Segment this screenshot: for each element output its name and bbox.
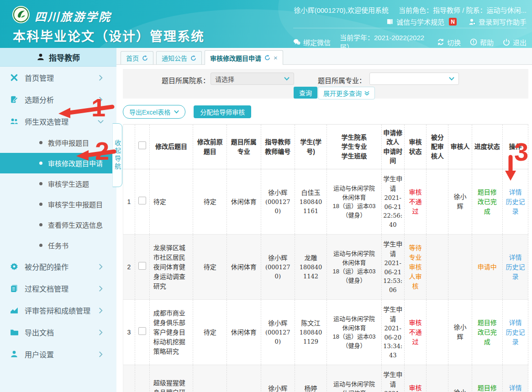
sidebar-item-导出文档[interactable]: 导出文档 bbox=[0, 321, 116, 343]
wechat-icon bbox=[293, 38, 300, 46]
cell-student: 杨婷1808401128 bbox=[295, 365, 327, 392]
cell-reviewer: 徐小辉 bbox=[448, 300, 472, 365]
sidebar-item-首页管理[interactable]: 首页管理 bbox=[0, 67, 116, 89]
student-id: 1808401161 bbox=[298, 198, 324, 215]
collapse-nav-tab[interactable]: 收起导航 bbox=[112, 123, 122, 187]
writing-assistant-link[interactable]: 登录到写作助手 bbox=[469, 17, 527, 26]
column-header: 修改前原题目 bbox=[193, 125, 227, 169]
expand-query-button[interactable]: 展开更多查询 bbox=[318, 87, 375, 99]
sidebar-item-选题分析[interactable]: 选题分析 bbox=[0, 89, 116, 110]
table-row: 1待定待定休闲体育徐小辉(0001270)白佳玉1808401161运动与休闲学… bbox=[123, 169, 528, 235]
action-link-历史记录[interactable]: 历史记录 bbox=[506, 262, 525, 282]
apply-by: 学生申请 bbox=[383, 370, 403, 389]
cell-progress-status: 题目修改已完成 bbox=[472, 365, 502, 392]
help-label: 帮助 bbox=[480, 37, 494, 47]
table-toolbar: 导出Excel表格 分配给导师审核 bbox=[123, 105, 529, 119]
logout-button[interactable]: 退出 bbox=[503, 37, 527, 47]
help-button[interactable]: 帮助 bbox=[470, 37, 494, 47]
applications-table: 修改后题目修改前原题目题目所属专业指导教师教师编号学生(学号)学生院系 学生专业… bbox=[123, 124, 528, 392]
gear-icon bbox=[10, 262, 18, 271]
sidebar-item-label: 评审答辩和成绩管理 bbox=[25, 305, 90, 316]
sidebar-item-label: 师生双选管理 bbox=[25, 116, 68, 127]
refresh-icon bbox=[190, 55, 196, 61]
action-link-历史记录[interactable]: 历史记录 bbox=[506, 328, 525, 347]
row-checkbox[interactable] bbox=[138, 197, 146, 204]
tab-首页[interactable]: 首页 bbox=[121, 51, 153, 64]
apply-time: 2021-06-21 22:56:40 bbox=[383, 193, 403, 229]
action-link-详情[interactable]: 详情 bbox=[506, 188, 525, 197]
sidebar-item-过程文档管理[interactable]: 过程文档管理 bbox=[0, 277, 116, 299]
bind-wechat-link[interactable]: 绑定微信 bbox=[293, 37, 331, 47]
row-checkbox[interactable] bbox=[138, 327, 146, 335]
sidebar-subitem-教师申报题目[interactable]: 教师申报题目 bbox=[0, 132, 116, 153]
sidebar-item-评审答辩和成绩管理[interactable]: 评审答辩和成绩管理 bbox=[0, 299, 116, 321]
bullet-icon bbox=[39, 141, 42, 144]
column-header: 操作 bbox=[503, 125, 528, 169]
sidebar-subitem-审核学生选题[interactable]: 审核学生选题 bbox=[0, 173, 116, 194]
action-link-历史记录[interactable]: 历史记录 bbox=[506, 197, 525, 216]
column-header: 被分配审核人 bbox=[427, 125, 448, 169]
tab-审核修改题目申请[interactable]: 审核修改题目申请× bbox=[205, 50, 283, 65]
major-filter-select[interactable] bbox=[369, 73, 459, 85]
cell-student: 龙雕1808401142 bbox=[295, 235, 327, 300]
sidebar-role-label: 指导教师 bbox=[49, 52, 80, 63]
app-window: 四川旅游学院 本科毕业论文（设计）管理系统 徐小辉(0001270),欢迎使用系… bbox=[0, 0, 532, 392]
cell-old-title: 待定 bbox=[193, 365, 227, 392]
people-icon bbox=[10, 117, 18, 125]
close-icon[interactable]: × bbox=[274, 54, 278, 61]
sidebar-role-header: 指导教师 bbox=[0, 48, 116, 67]
bind-wechat-label: 绑定微信 bbox=[303, 37, 331, 47]
action-link-详情[interactable]: 详情 bbox=[506, 383, 525, 392]
sidebar-item-被分配的操作[interactable]: 被分配的操作 bbox=[0, 256, 116, 277]
tab-通知公告[interactable]: 通知公告 bbox=[156, 51, 202, 64]
integrity-link[interactable]: 诚信与学术规范 N bbox=[386, 17, 457, 26]
assign-review-button[interactable]: 分配给导师审核 bbox=[194, 105, 251, 118]
export-excel-button[interactable]: 导出Excel表格 bbox=[123, 105, 185, 119]
action-link-详情[interactable]: 详情 bbox=[506, 318, 525, 328]
cell-major: 休闲体育 bbox=[227, 169, 261, 235]
apply-by: 学生申请 bbox=[383, 174, 403, 193]
query-button[interactable]: 查询 bbox=[294, 87, 317, 99]
action-link-详情[interactable]: 详情 bbox=[506, 253, 525, 262]
sidebar-item-用户设置[interactable]: 用户设置 bbox=[0, 343, 116, 365]
sidebar-subitem-任务书[interactable]: 任务书 bbox=[0, 235, 116, 256]
cell-teacher: 徐小辉(0001270) bbox=[261, 235, 295, 300]
teacher-name: 徐小辉 bbox=[264, 319, 292, 328]
teacher-id: (0001270) bbox=[264, 263, 292, 281]
cell-progress-status: 题目修改已完成 bbox=[472, 169, 502, 235]
select-all-checkbox[interactable] bbox=[138, 141, 146, 149]
student-name: 白佳玉 bbox=[298, 188, 324, 198]
teacher-name: 徐小辉 bbox=[264, 253, 292, 263]
cell-old-title: 待定 bbox=[193, 169, 227, 235]
cell-new-title: 待定 bbox=[149, 169, 193, 235]
row-number: 2 bbox=[123, 235, 135, 300]
sidebar-subitem-查看师生双选信息[interactable]: 查看师生双选信息 bbox=[0, 214, 116, 235]
school-name: 四川旅游学院 bbox=[35, 8, 111, 24]
chevron-right-icon bbox=[98, 329, 104, 335]
cell-review-status: 等待专业审核人审核 bbox=[404, 235, 427, 300]
cell-assigned-reviewer bbox=[427, 365, 448, 392]
new-badge: N bbox=[449, 18, 457, 26]
switch-year-button[interactable]: 切换 bbox=[437, 37, 461, 47]
dept-filter-value: 请选择 bbox=[215, 74, 234, 84]
header-row-number bbox=[123, 125, 135, 169]
sidebar-item-师生双选管理[interactable]: 师生双选管理 bbox=[0, 110, 116, 132]
sidebar-subitem-审核修改题目申请[interactable]: 审核修改题目申请 bbox=[0, 153, 116, 173]
cell-new-title: 成都市商业健身俱乐部客户健身目标动机挖掘策略研究 bbox=[149, 300, 193, 365]
apply-by: 学生申请 bbox=[383, 240, 403, 259]
sidebar-subitem-审核学生申报题目[interactable]: 审核学生申报题目 bbox=[0, 194, 116, 214]
row-checkbox-cell bbox=[135, 365, 149, 392]
table-row: 3成都市商业健身俱乐部客户健身目标动机挖掘策略研究待定休闲体育徐小辉(00012… bbox=[123, 300, 528, 365]
refresh-icon bbox=[142, 55, 148, 61]
dept-filter-select[interactable]: 请选择 bbox=[211, 73, 294, 85]
row-number: 3 bbox=[123, 300, 135, 365]
sidebar-item-label: 用户设置 bbox=[25, 349, 54, 360]
column-header: 学生院系 学生专业 学生班级 bbox=[327, 125, 382, 169]
column-header: 修改后题目 bbox=[149, 125, 193, 169]
cell-apply-info: 学生申请2021-06-20 13:34:43 bbox=[381, 300, 404, 365]
chevron-right-icon bbox=[98, 264, 104, 270]
sidebar-subitem-label: 查看师生双选信息 bbox=[48, 220, 103, 230]
cell-student-org: 运动与休闲学院 休闲体育 18（运）运本03（健身） bbox=[327, 300, 382, 365]
row-checkbox[interactable] bbox=[138, 262, 146, 270]
bullet-icon bbox=[39, 203, 42, 206]
